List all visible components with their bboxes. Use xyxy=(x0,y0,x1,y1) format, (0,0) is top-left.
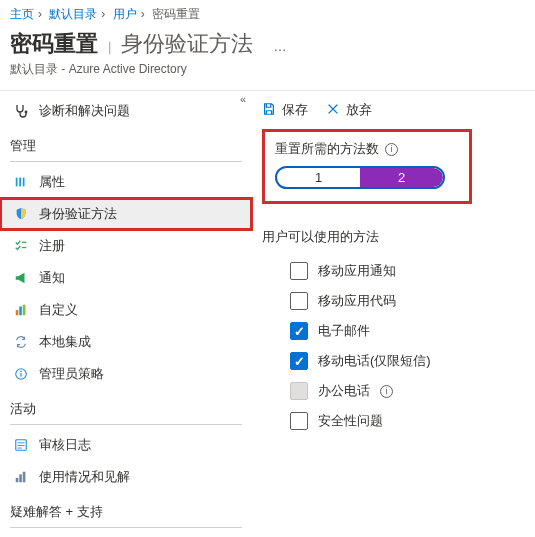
svg-rect-5 xyxy=(22,247,26,248)
svg-rect-13 xyxy=(18,442,25,443)
sidebar-item-label: 管理员策略 xyxy=(39,365,104,383)
svg-rect-6 xyxy=(16,310,19,315)
section-activity: 活动 xyxy=(0,390,252,422)
collapse-sidebar-button[interactable]: « xyxy=(240,93,246,105)
methods-required-box: 重置所需的方法数 i 1 2 xyxy=(262,129,472,204)
tenant-label: 默认目录 - Azure Active Directory xyxy=(10,61,525,78)
methods-option-2[interactable]: 2 xyxy=(360,168,443,187)
section-support: 疑难解答 + 支持 xyxy=(0,493,252,525)
svg-rect-2 xyxy=(19,178,21,187)
method-row-security-questions[interactable]: 安全性问题 xyxy=(262,406,525,436)
svg-point-0 xyxy=(25,111,28,114)
checkbox[interactable] xyxy=(290,322,308,340)
crumb-home[interactable]: 主页 xyxy=(10,7,34,21)
svg-rect-3 xyxy=(23,178,25,187)
checkbox[interactable] xyxy=(290,262,308,280)
sidebar-item-label: 自定义 xyxy=(39,301,78,319)
save-label: 保存 xyxy=(282,101,308,119)
close-icon xyxy=(326,102,340,119)
method-label: 电子邮件 xyxy=(318,322,370,340)
megaphone-icon xyxy=(13,270,29,286)
crumb-users[interactable]: 用户 xyxy=(113,7,137,21)
more-button[interactable]: … xyxy=(273,39,286,54)
method-row-mobile[interactable]: 移动电话(仅限短信) xyxy=(262,346,525,376)
main-pane: 保存 放弃 重置所需的方法数 i 1 2 用户可以使用的方法 移动应用通知 xyxy=(252,90,535,537)
sidebar-item-label: 本地集成 xyxy=(39,333,91,351)
shield-icon xyxy=(13,206,29,222)
sidebar-item-registration[interactable]: 注册 xyxy=(0,230,252,262)
sidebar-item-admin-policy[interactable]: 管理员策略 xyxy=(0,358,252,390)
bars-icon xyxy=(13,302,29,318)
method-row-office-phone[interactable]: 办公电话 i xyxy=(262,376,525,406)
breadcrumb: 主页› 默认目录› 用户› 密码重置 xyxy=(0,0,535,27)
available-methods-label: 用户可以使用的方法 xyxy=(262,228,525,246)
sidebar-item-properties[interactable]: 属性 xyxy=(0,166,252,198)
sidebar-item-label: 诊断和解决问题 xyxy=(39,102,130,120)
svg-rect-18 xyxy=(23,472,26,483)
svg-point-11 xyxy=(20,371,22,373)
sidebar-item-audit[interactable]: 审核日志 xyxy=(0,429,252,461)
sidebar-item-label: 注册 xyxy=(39,237,65,255)
sidebar-item-label: 属性 xyxy=(39,173,65,191)
discard-button[interactable]: 放弃 xyxy=(326,101,372,119)
svg-rect-17 xyxy=(19,474,22,482)
checkbox[interactable] xyxy=(290,352,308,370)
sidebar-item-notifications[interactable]: 通知 xyxy=(0,262,252,294)
methods-count-toggle[interactable]: 1 2 xyxy=(275,166,445,189)
method-row-email[interactable]: 电子邮件 xyxy=(262,316,525,346)
sidebar-item-auth-methods[interactable]: 身份验证方法 xyxy=(0,198,252,230)
log-icon xyxy=(13,437,29,453)
svg-rect-1 xyxy=(16,178,18,187)
sidebar-item-support[interactable]: 新建支持请求 xyxy=(0,532,252,537)
insights-icon xyxy=(13,469,29,485)
checklist-icon xyxy=(13,238,29,254)
sidebar-item-label: 通知 xyxy=(39,269,65,287)
svg-rect-16 xyxy=(16,478,19,482)
method-label: 移动应用通知 xyxy=(318,262,396,280)
svg-rect-14 xyxy=(18,445,25,446)
sidebar-item-label: 使用情况和见解 xyxy=(39,468,130,486)
info-icon[interactable]: i xyxy=(385,143,398,156)
sidebar-item-onprem[interactable]: 本地集成 xyxy=(0,326,252,358)
method-label: 办公电话 xyxy=(318,382,370,400)
page-title: 密码重置 xyxy=(10,29,98,59)
discard-label: 放弃 xyxy=(346,101,372,119)
crumb-dir[interactable]: 默认目录 xyxy=(49,7,97,21)
sync-icon xyxy=(13,334,29,350)
sidebar-item-usage[interactable]: 使用情况和见解 xyxy=(0,461,252,493)
page-subtitle: 身份验证方法 xyxy=(121,29,253,59)
svg-rect-10 xyxy=(20,373,21,377)
svg-rect-8 xyxy=(23,305,26,316)
sidebar-item-diagnose[interactable]: 诊断和解决问题 xyxy=(0,95,252,127)
svg-rect-4 xyxy=(22,242,26,243)
sidebar-item-label: 身份验证方法 xyxy=(39,205,117,223)
checkbox[interactable] xyxy=(290,412,308,430)
crumb-current: 密码重置 xyxy=(152,7,200,21)
sidebar-item-customization[interactable]: 自定义 xyxy=(0,294,252,326)
methods-label: 重置所需的方法数 xyxy=(275,140,379,158)
checkbox xyxy=(290,382,308,400)
sidebar: « 诊断和解决问题 管理 属性 身份验证方法 注册 xyxy=(0,90,252,537)
method-label: 安全性问题 xyxy=(318,412,383,430)
method-row-app-code[interactable]: 移动应用代码 xyxy=(262,286,525,316)
svg-rect-15 xyxy=(18,448,22,449)
sidebar-item-label: 审核日志 xyxy=(39,436,91,454)
stethoscope-icon xyxy=(13,103,29,119)
svg-rect-7 xyxy=(19,307,22,316)
method-label: 移动电话(仅限短信) xyxy=(318,352,431,370)
page-header: 密码重置 | 身份验证方法 … 默认目录 - Azure Active Dire… xyxy=(0,27,535,80)
save-button[interactable]: 保存 xyxy=(262,101,308,119)
info-icon xyxy=(13,366,29,382)
save-icon xyxy=(262,102,276,119)
command-bar: 保存 放弃 xyxy=(262,97,525,129)
method-row-app-notification[interactable]: 移动应用通知 xyxy=(262,256,525,286)
properties-icon xyxy=(13,174,29,190)
checkbox[interactable] xyxy=(290,292,308,310)
info-icon[interactable]: i xyxy=(380,385,393,398)
section-manage: 管理 xyxy=(0,127,252,159)
method-label: 移动应用代码 xyxy=(318,292,396,310)
methods-option-1[interactable]: 1 xyxy=(277,168,360,187)
